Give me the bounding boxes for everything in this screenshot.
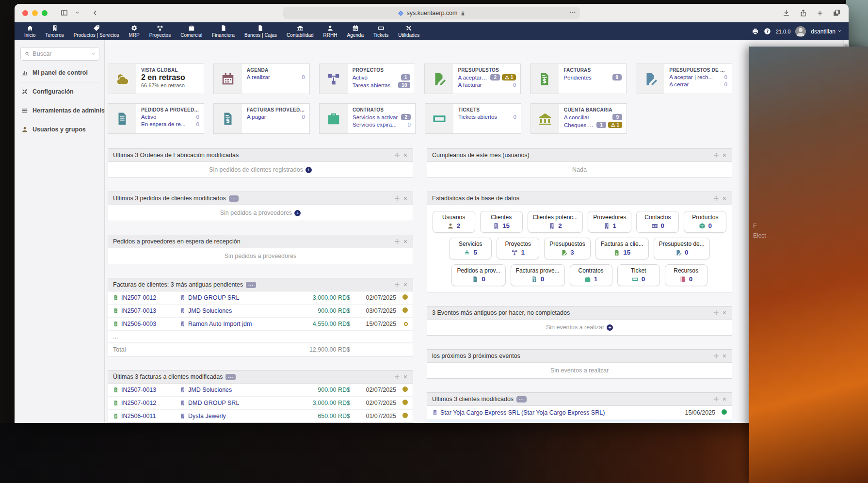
drag-handle-icon[interactable] (394, 374, 400, 380)
kpi-link[interactable]: A realizar (247, 74, 270, 80)
address-bar[interactable]: sys.kuentaerp.com (283, 7, 580, 19)
nav-item-agenda[interactable]: Agenda (342, 22, 368, 40)
downloads-icon[interactable] (782, 9, 790, 17)
kpi-link[interactable]: A cerrar (669, 81, 689, 87)
avatar[interactable] (795, 26, 806, 37)
kpi-link[interactable]: Tareas abiertas (353, 82, 391, 88)
kpi-box-cuenta-bancaria[interactable]: CUENTA BANCARIAA conciliar9Cheques en es… (530, 103, 627, 134)
count-badge[interactable]: 10 (398, 82, 410, 88)
stat-box-proyectos[interactable]: Proyectos1 (497, 238, 539, 259)
close-icon[interactable]: × (403, 152, 408, 159)
add-icon[interactable]: + (305, 167, 312, 173)
nav-item-bancos-cajas[interactable]: Bancos | Cajas (240, 22, 282, 40)
nav-item-utilidades[interactable]: Utilidades (393, 22, 424, 40)
company-link[interactable]: Dysfa Jewerly (180, 413, 294, 419)
kpi-link[interactable]: Tickets abiertos (458, 114, 497, 120)
more-icon[interactable]: ... (516, 396, 527, 402)
sidebar-item-usuarios-y-grupos[interactable]: Usuarios y grupos (20, 120, 99, 139)
kpi-link[interactable]: A pagar (247, 114, 266, 120)
kpi-link[interactable]: A aceptar | rech... (458, 75, 487, 80)
kpi-box-presupuestos-de-prove[interactable]: PRESUPUESTOS DE PROVE...A aceptar | rech… (636, 64, 732, 94)
stat-box-usuarios[interactable]: Usuarios2 (433, 211, 475, 233)
close-icon[interactable]: × (722, 396, 727, 402)
close-icon[interactable]: × (403, 195, 408, 202)
maximize-window-button[interactable] (42, 10, 48, 16)
nav-item-inicio[interactable]: Inicio (19, 22, 40, 40)
kpi-box-facturas-proveedor[interactable]: $FACTURAS PROVEEDORA pagar0 (213, 103, 310, 134)
nav-item-mrp[interactable]: MRP (124, 22, 144, 40)
kpi-link[interactable]: Pendientes (563, 75, 592, 80)
nav-item-rrhh[interactable]: RRHH (319, 22, 342, 40)
nav-item-contabilidad[interactable]: Contabilidad (282, 22, 319, 40)
invoice-ref-link[interactable]: $IN2506-0003 (113, 321, 180, 327)
count-badge[interactable]: 1 (596, 122, 606, 128)
kpi-link[interactable]: Cheques en es... (564, 122, 594, 128)
close-icon[interactable]: × (403, 238, 408, 245)
close-icon[interactable]: × (722, 152, 727, 159)
stat-box-productos[interactable]: Productos0 (684, 211, 726, 233)
kpi-link[interactable]: Activo (353, 75, 368, 80)
kpi-link[interactable]: Servicios a activar (353, 114, 398, 120)
close-icon[interactable]: × (403, 373, 408, 380)
kpi-box-agenda[interactable]: AGENDAA realizar0 (213, 64, 310, 94)
drag-handle-icon[interactable] (713, 310, 719, 316)
count-badge[interactable]: 2 (401, 114, 411, 120)
stat-box-clientes-potenc[interactable]: Clientes potenc...2 (528, 211, 583, 233)
kpi-box-contratos[interactable]: CONTRATOSServicios a activar2Servicios e… (319, 103, 416, 134)
more-icon[interactable]: ... (229, 195, 239, 202)
company-link[interactable]: DMD GROUP SRL (180, 400, 294, 406)
kpi-link[interactable]: En espera de re... (141, 121, 185, 127)
company-link[interactable]: Star Yoja Cargo Express SRL (Star Yoja C… (432, 409, 669, 416)
kpi-box-pedidos-a-proveedor[interactable]: PEDIDOS A PROVEEDORActivo0En espera de r… (108, 103, 204, 134)
drag-handle-icon[interactable] (394, 152, 400, 158)
tab-overview-icon[interactable] (833, 9, 841, 17)
kpi-box-tickets[interactable]: TICKETSTickets abiertos0 (425, 103, 521, 134)
stat-box-clientes[interactable]: Clientes15 (480, 211, 523, 233)
close-icon[interactable]: × (403, 281, 408, 288)
kpi-box-proyectos[interactable]: PROYECTOSActivo1Tareas abiertas10 (319, 64, 416, 94)
close-window-button[interactable] (22, 10, 28, 16)
new-tab-icon[interactable] (816, 9, 824, 17)
company-link[interactable]: JMD Soluciones (180, 307, 294, 314)
count-badge[interactable]: 1 (401, 74, 411, 80)
kpi-link[interactable]: A facturar (458, 82, 482, 88)
nav-item-tickets[interactable]: Tickets (369, 22, 393, 40)
sidebar-item-configuraci-n[interactable]: Configuración (20, 82, 99, 101)
invoice-ref-link[interactable]: $IN2506-0011 (113, 413, 180, 419)
search-input[interactable] (32, 50, 88, 57)
more-icon[interactable]: ... (246, 282, 256, 288)
help-icon[interactable]: ? (764, 28, 771, 35)
kpi-link[interactable]: Servicios expira... (353, 122, 397, 128)
stat-box-presupuesto-de[interactable]: Presupuesto de...0 (654, 238, 710, 259)
sidebar-item-mi-panel-de-control[interactable]: Mi panel de control (20, 64, 99, 82)
search-box[interactable] (20, 47, 99, 61)
kpi-box-presupuestos[interactable]: PRESUPUESTOSA aceptar | rech...2⚠ 1A fac… (424, 64, 521, 94)
stat-box-facturas-a-clie[interactable]: Facturas a clie...$15 (595, 238, 649, 259)
invoice-ref-link[interactable]: $IN2507-0012 (113, 294, 180, 301)
kpi-link[interactable]: Activo (141, 114, 156, 120)
drag-handle-icon[interactable] (713, 152, 719, 158)
kpi-link[interactable]: A aceptar | rech... (669, 74, 713, 80)
sidebar-item-herramientas-de-administr[interactable]: Herramientas de administr... (20, 101, 99, 120)
nav-item-proyectos[interactable]: Proyectos (145, 22, 176, 40)
count-badge[interactable]: 2 (490, 74, 500, 80)
drag-handle-icon[interactable] (394, 195, 400, 201)
add-icon[interactable]: + (607, 324, 613, 331)
warning-badge[interactable]: ⚠ 1 (608, 122, 622, 128)
warning-badge[interactable]: ⚠ 1 (502, 74, 516, 80)
chevron-down-icon[interactable] (75, 11, 80, 15)
nav-item-financiera[interactable]: $Financiera (207, 22, 240, 40)
stat-box-facturas-prove[interactable]: Facturas prove...$0 (511, 264, 565, 286)
stat-box-contactos[interactable]: Contactos0 (636, 211, 679, 233)
stat-box-servicios[interactable]: Servicios5 (449, 238, 492, 259)
kpi-link[interactable]: A conciliar (564, 114, 589, 120)
invoice-ref-link[interactable]: $IN2507-0013 (113, 386, 180, 393)
stat-box-ticket[interactable]: Ticket0 (617, 264, 660, 286)
print-icon[interactable] (752, 28, 759, 35)
drag-handle-icon[interactable] (713, 353, 719, 359)
stat-box-contratos[interactable]: Contratos1 (570, 264, 612, 286)
back-icon[interactable] (91, 9, 98, 16)
close-icon[interactable]: × (722, 195, 727, 202)
company-link[interactable]: JMD Soluciones (180, 386, 294, 393)
kpi-box-vista-global[interactable]: VISTA GLOBAL2 en retraso66.67% en retras… (108, 64, 204, 94)
